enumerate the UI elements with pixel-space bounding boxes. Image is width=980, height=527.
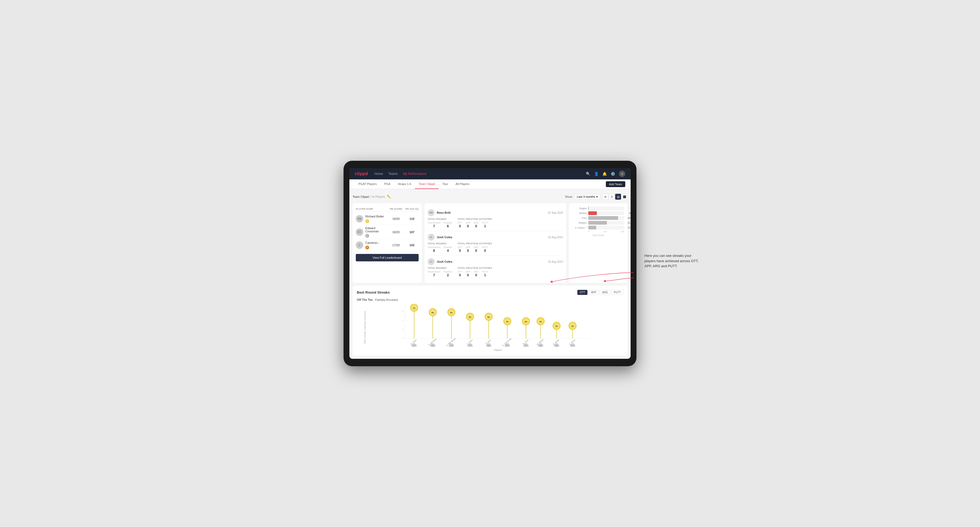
player-name: Cameron... <box>365 241 387 244</box>
edit-icon[interactable]: ✏️ <box>387 195 391 198</box>
bar-value: 311 <box>628 221 631 224</box>
nav-teams[interactable]: Teams <box>388 171 398 177</box>
arg-stat: ARG 0 <box>474 221 479 228</box>
show-label: Show <box>565 195 572 198</box>
stat-group-practice: Total Practice Activities OTT 0 APP <box>458 267 492 277</box>
add-team-button[interactable]: Add Team <box>606 181 625 187</box>
svg-text:4x: 4x <box>539 321 542 323</box>
avatar: RB <box>356 215 363 222</box>
sub-nav-team-clippd[interactable]: Team Clippd <box>415 179 439 189</box>
sub-nav-tour[interactable]: Tour <box>439 179 452 189</box>
app-logo: clippd <box>355 171 368 176</box>
avatar[interactable]: U <box>619 171 625 177</box>
streak-svg: 0 2 4 6 7x E. Ebert EE <box>373 304 623 346</box>
x-label: 400 <box>621 230 624 233</box>
stat-cols: Tournament 7 Practice 6 <box>428 221 452 228</box>
bell-icon[interactable]: 🔔 <box>602 171 607 176</box>
putt-stat: PUTT 1 <box>482 270 488 277</box>
svg-text:RB: RB <box>488 346 490 346</box>
bar-value: 499 <box>628 217 631 219</box>
ott-stat: OTT 0 <box>458 270 462 277</box>
svg-text:4x: 4x <box>506 321 509 323</box>
subtitle-rest: , Fairway Accuracy <box>374 298 398 301</box>
stat-group-rounds: Total Rounds Tournament 8 Practice <box>428 242 452 252</box>
rank-badge: 3 <box>365 246 369 249</box>
svg-text:CQ: CQ <box>571 346 574 346</box>
filter-arg[interactable]: ARG <box>600 290 610 295</box>
chevron-down-icon: ▾ <box>596 195 598 198</box>
svg-text:4x: 4x <box>525 321 527 323</box>
stat-date: 26 Aug 2023 <box>548 260 563 263</box>
sub-nav-hcaps[interactable]: Hcaps 1-5 <box>394 179 415 189</box>
player-info: Edward Crossman 2 <box>365 227 387 238</box>
svg-text:3x: 3x <box>571 325 574 327</box>
view-leaderboard-button[interactable]: View Full Leaderboard <box>356 254 418 261</box>
player-info: Cameron... 3 <box>365 241 387 249</box>
team-title: Team Clippd | 14 Players ✏️ <box>353 195 391 198</box>
putt-stat: PUTT 0 <box>482 246 488 252</box>
chart-bar-row: D. Bogeys + 131 <box>572 226 624 229</box>
stats-panel: RB Rees Britt 02 Sep 2023 Total Rounds <box>425 203 566 283</box>
search-icon[interactable]: 🔍 <box>586 171 590 176</box>
list-view-btn[interactable]: ☰ <box>609 194 615 200</box>
annotation-text: Here you can see streaks your players ha… <box>644 253 703 269</box>
nav-bar: clippd Home Teams My Performance 🔍 👤 🔔 ⚙… <box>349 168 631 179</box>
putt-stat: PUTT 1 <box>482 221 488 228</box>
filter-putt[interactable]: PUTT <box>611 290 623 295</box>
svg-text:2: 2 <box>402 328 404 330</box>
stat-details: Total Rounds Tournament 8 Practice <box>428 242 563 252</box>
nav-home[interactable]: Home <box>374 171 383 177</box>
stat-card-header: JC Josh Coles 26 Aug 2023 <box>428 258 563 265</box>
stat-details: Total Rounds Tournament 7 Practice <box>428 218 563 228</box>
table-row: EC Edward Crossman 2 18/20 107 <box>356 225 418 240</box>
bar-label: Pars <box>572 217 587 219</box>
stat-date: 26 Aug 2023 <box>548 236 563 239</box>
svg-text:7x: 7x <box>413 307 415 309</box>
chart-bar-row: Eagles 3 <box>572 206 624 210</box>
bar-track: 3 <box>588 206 624 210</box>
grid-view-btn[interactable]: ⊞ <box>602 194 608 200</box>
bar-fill <box>588 226 596 229</box>
bar-fill <box>588 221 607 225</box>
player-name: Josh Coles <box>437 260 452 263</box>
player-avg: 103 <box>405 243 418 247</box>
svg-text:JC: JC <box>469 346 471 346</box>
card-view-btn[interactable]: ▤ <box>615 194 621 200</box>
subtitle-bold: Off The Tee <box>357 298 373 301</box>
settings-icon[interactable]: ⚙️ <box>611 171 615 176</box>
sub-nav-pga[interactable]: PGA <box>380 179 394 189</box>
table-headers: PLAYER NAME PB SCORE PB AVG SQ <box>356 206 418 211</box>
chart-bar-row: Pars 499 <box>572 216 624 220</box>
svg-text:BM: BM <box>432 346 434 346</box>
bar-fill <box>588 216 618 220</box>
table-view-btn[interactable]: ⬛ <box>622 194 627 200</box>
stat-group-practice: Total Practice Activities OTT 0 APP <box>458 242 492 252</box>
bar-fill <box>588 211 597 215</box>
sub-nav-pgat[interactable]: PGAT Players <box>355 179 380 189</box>
avatar: JC <box>428 234 434 241</box>
player-info: Richard Butler 1 <box>365 215 387 223</box>
filter-ott[interactable]: OTT <box>578 290 587 295</box>
control-row: Team Clippd | 14 Players ✏️ Show Last 3 … <box>353 192 627 201</box>
stat-card-header: JC Josh Coles 26 Aug 2023 <box>428 234 563 241</box>
filter-app[interactable]: APP <box>589 290 599 295</box>
nav-links: Home Teams My Performance <box>374 171 579 177</box>
show-dropdown[interactable]: Last 3 months ▾ <box>574 194 600 200</box>
user-icon[interactable]: 👤 <box>594 171 599 176</box>
ott-stat: OTT 0 <box>458 221 462 228</box>
sub-nav: PGAT Players PGA Hcaps 1-5 Team Clippd T… <box>349 179 631 189</box>
player-avg: 110 <box>405 217 418 221</box>
col-pb-avg: PB AVG SQ <box>405 208 418 210</box>
practice-stat: Practice 6 <box>444 221 452 228</box>
svg-text:BF: BF <box>525 346 527 346</box>
team-count: | 14 Players <box>370 195 385 198</box>
nav-my-performance[interactable]: My Performance <box>403 171 426 177</box>
tournament-stat: Tournament 7 <box>428 270 441 277</box>
stat-player: RB Rees Britt <box>428 209 450 216</box>
streaks-header: Best Round Streaks OTT APP ARG PUTT <box>357 290 623 295</box>
rank-badge: 2 <box>365 234 369 238</box>
sub-nav-all-players[interactable]: All Players <box>452 179 473 189</box>
stat-details: Total Rounds Tournament 7 Practice <box>428 267 563 277</box>
bar-fill <box>588 206 589 210</box>
streak-filter-buttons: OTT APP ARG PUTT <box>578 290 623 295</box>
